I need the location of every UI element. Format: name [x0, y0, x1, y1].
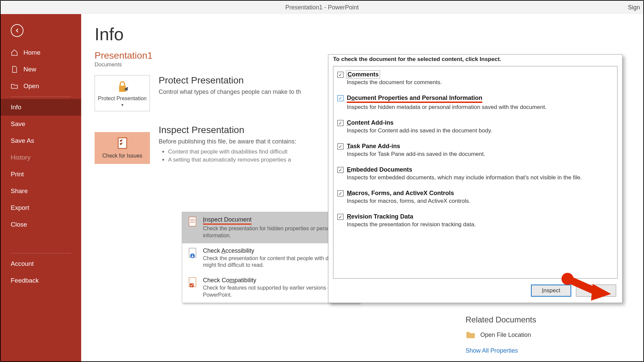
checkbox-icon[interactable]: ✓ [337, 167, 343, 173]
divider [11, 253, 71, 253]
protect-presentation-button[interactable]: Protect Presentation [95, 75, 150, 111]
open-icon [11, 82, 18, 90]
section-heading: Inspect Presentation [159, 125, 296, 135]
lock-icon [116, 80, 129, 94]
link-label: Open File Location [480, 331, 531, 339]
option-desc: Inspects for Task Pane add-ins saved in … [347, 150, 612, 158]
new-icon [11, 66, 18, 73]
sign-in-link[interactable]: Sign [628, 4, 640, 11]
sidebar-item-save[interactable]: Save [1, 116, 81, 132]
sidebar-item-label: History [11, 154, 31, 161]
section-heading: Protect Presentation [159, 75, 301, 86]
sidebar-item-save-as[interactable]: Save As [1, 132, 81, 149]
sidebar-item-new[interactable]: New [1, 61, 81, 78]
sidebar-item-home[interactable]: Home [1, 44, 81, 61]
sidebar-item-print[interactable]: Print [1, 166, 81, 183]
home-icon [11, 49, 18, 56]
back-button[interactable] [11, 24, 23, 37]
sidebar-item-label: Open [23, 82, 39, 90]
sidebar-item-history: History [1, 149, 81, 166]
option-desc: Inspects for hidden metadata or personal… [347, 104, 612, 111]
sidebar-item-export[interactable]: Export [1, 199, 81, 216]
related-documents-section: Related Documents Open File Location Sho… [466, 315, 586, 354]
accessibility-icon [187, 247, 198, 258]
section-heading: Related Documents [466, 315, 586, 324]
inspector-option-document-properties[interactable]: ✓ Document Properties and Personal Infor… [335, 91, 614, 116]
option-desc: Inspects for Content add-ins saved in th… [347, 127, 612, 135]
inspector-option-revision-data[interactable]: ✓ Revision Tracking Data Inspects the pr… [335, 210, 614, 233]
sidebar-item-label: Save [11, 120, 25, 128]
checkbox-icon[interactable]: ✓ [337, 95, 343, 101]
inspect-button[interactable]: Inspect [531, 285, 571, 297]
option-desc: Inspects for macros, forms, and ActiveX … [347, 197, 612, 205]
sidebar-item-label: Export [11, 204, 29, 212]
checkbox-icon[interactable]: ✓ [337, 143, 343, 149]
inspect-document-icon [187, 216, 198, 227]
inspector-options-list[interactable]: ✓ Comments Inspects the document for com… [333, 66, 618, 279]
check-for-issues-button[interactable]: Check for Issues [95, 132, 150, 164]
inspector-option-comments[interactable]: ✓ Comments Inspects the document for com… [335, 68, 614, 91]
arrow-left-icon [14, 27, 20, 34]
inspector-option-taskpane-addins[interactable]: ✓ Task Pane Add-ins Inspects for Task Pa… [335, 139, 614, 163]
show-all-properties-link[interactable]: Show All Properties [466, 347, 586, 354]
sidebar-item-label: Print [11, 171, 24, 178]
sidebar-item-account[interactable]: Account [1, 255, 81, 272]
sidebar-item-label: Info [11, 104, 21, 111]
inspector-option-macros[interactable]: ✓ Macros, Forms, and ActiveX Controls In… [335, 186, 614, 210]
dialog-instruction: To check the document for the selected c… [328, 55, 622, 66]
section-desc: Control what types of changes people can… [159, 88, 301, 96]
svg-point-6 [190, 253, 195, 258]
document-inspector-dialog: To check the document for the selected c… [328, 54, 623, 303]
checklist-icon [116, 137, 129, 151]
sidebar-item-feedback[interactable]: Feedback [1, 272, 81, 289]
checkbox-icon[interactable]: ✓ [337, 214, 343, 220]
sidebar-item-info[interactable]: Info [1, 99, 81, 116]
close-button[interactable]: Close [576, 285, 616, 297]
svg-point-7 [192, 254, 193, 255]
backstage-main: Info Presentation1 Documents Protect Pre… [81, 14, 643, 362]
inspector-option-embedded-documents[interactable]: ✓ Embedded Documents Inspects for embedd… [335, 163, 614, 186]
sidebar-item-open[interactable]: Open [1, 78, 81, 95]
sidebar-item-label: Home [23, 49, 41, 56]
sidebar-item-label: New [23, 66, 36, 73]
sidebar-item-label: Save As [11, 137, 34, 144]
checkbox-icon[interactable]: ✓ [337, 120, 343, 126]
compatibility-icon [187, 277, 198, 288]
option-desc: Inspects the presentation for revision t… [347, 221, 612, 229]
sidebar-item-label: Feedback [11, 277, 39, 284]
sidebar-item-share[interactable]: Share [1, 183, 81, 199]
bullet-item: Content that people with disabilities fi… [168, 148, 296, 156]
section-desc: Before publishing this file, be aware th… [159, 137, 296, 146]
option-desc: Inspects for embedded documents, which m… [347, 174, 612, 182]
title-bar: Presentation1 - PowerPoint Sign [1, 1, 643, 14]
sidebar-item-label: Account [11, 260, 34, 267]
checkbox-icon[interactable]: ✓ [337, 72, 343, 78]
divider [11, 97, 71, 97]
sidebar-item-close[interactable]: Close [1, 216, 81, 233]
page-title: Info [95, 24, 630, 44]
inspector-option-content-addins[interactable]: ✓ Content Add-ins Inspects for Content a… [335, 116, 614, 139]
sidebar-item-label: Close [11, 221, 27, 228]
button-label: Check for Issues [102, 153, 142, 159]
folder-icon [466, 330, 476, 339]
option-desc: Inspects the document for comments. [347, 79, 612, 86]
open-file-location-link[interactable]: Open File Location [466, 330, 586, 339]
window-title: Presentation1 - PowerPoint [285, 4, 359, 11]
bullet-item: A setting that automatically removes pro… [168, 156, 296, 164]
button-label: Protect Presentation [97, 96, 148, 108]
svg-rect-1 [189, 217, 196, 226]
sidebar-item-label: Share [11, 187, 28, 195]
backstage-sidebar: Home New Open Info Save Save As History … [1, 14, 81, 362]
checkbox-icon[interactable]: ✓ [337, 190, 343, 196]
